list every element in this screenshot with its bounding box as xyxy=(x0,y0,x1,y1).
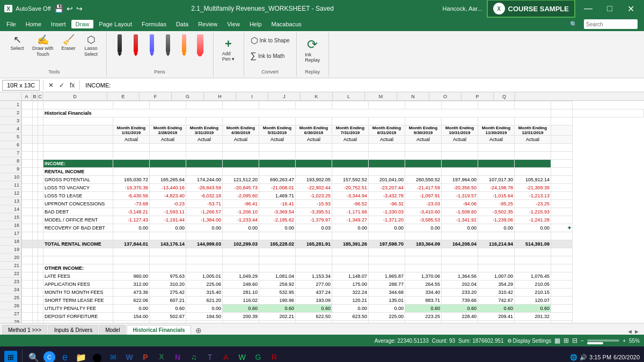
gp-10: 197,964.00 xyxy=(442,176,478,184)
row-26: 26 xyxy=(0,302,21,310)
taskbar-file-explorer-btn[interactable]: 📁 xyxy=(75,351,87,362)
tab-historical[interactable]: Historical Financials xyxy=(127,325,191,335)
row-15: 15 xyxy=(0,213,21,221)
income-header-cell[interactable]: INCOME: xyxy=(43,160,113,168)
name-box[interactable] xyxy=(2,80,40,91)
row-1: 1 xyxy=(0,101,21,109)
pens-row xyxy=(111,33,209,57)
tab-method1[interactable]: Method 1 >>> xyxy=(2,325,47,335)
header-row: Month Ending1/31/2019 Month Ending2/28/2… xyxy=(22,125,644,136)
ink-to-shape-button[interactable]: ⬡ Ink to Shape xyxy=(248,33,292,48)
spreadsheet[interactable]: Historical Financials Month Ending1/31/2… xyxy=(21,101,644,323)
month-end-7/31: Month Ending7/31/2019 xyxy=(332,125,369,136)
close-btn[interactable]: ✕ xyxy=(623,0,640,17)
pen-gray[interactable] xyxy=(160,34,175,56)
sheet-scroll-left[interactable]: ◄ xyxy=(627,328,633,335)
taskbar-teams-btn[interactable]: T xyxy=(203,351,216,362)
taskbar-outlook-btn[interactable]: ✉ xyxy=(107,351,120,362)
pen-orange[interactable] xyxy=(177,34,192,56)
pen-black[interactable] xyxy=(112,34,127,56)
tab-inputs[interactable]: Inputs & Drivers xyxy=(48,325,98,335)
undo-icon[interactable]: ↩ xyxy=(67,4,73,13)
menu-view[interactable]: View xyxy=(223,20,244,28)
menu-formulas[interactable]: Formulas xyxy=(137,20,171,28)
gp-6: 193,902.05 xyxy=(296,176,332,184)
taskbar-whatsapp-btn[interactable]: W xyxy=(236,351,248,362)
loss-lease-row: LOSS TO LEASE -6,430.56 -4,823.40 -6,032… xyxy=(22,192,644,200)
search-icon: 🔍 xyxy=(566,20,582,29)
taskbar-word-btn[interactable]: W xyxy=(123,351,136,362)
tab-model[interactable]: Model xyxy=(99,325,126,335)
replay-icon: ⟳ xyxy=(307,37,318,52)
taskbar-chrome-btn[interactable]: ⬤ xyxy=(91,351,104,362)
minimize-btn[interactable]: — xyxy=(580,0,597,17)
taskbar-edge-btn[interactable]: e xyxy=(58,351,71,362)
taskbar-acrobat-btn[interactable]: A xyxy=(219,351,232,362)
page-layout-btn[interactable]: ⊞ xyxy=(564,337,569,344)
loss-vacancy-row: LOSS TO VACANCY -19,370.36 -13,440.16 -2… xyxy=(22,184,644,192)
menu-page-layout[interactable]: Page Layout xyxy=(94,20,136,28)
add-pen-button[interactable]: + AddPen ▾ xyxy=(218,35,239,63)
zoom-out-btn[interactable]: − xyxy=(581,338,584,344)
menu-file[interactable]: File xyxy=(2,20,20,28)
windows-start-btn[interactable]: ⊞ xyxy=(4,351,17,362)
draw-touch-button[interactable]: ✍ Draw withTouch xyxy=(29,33,57,59)
select-button[interactable]: ↖ Select xyxy=(6,33,28,53)
add-pen-group: + AddPen ▾ xyxy=(214,32,244,77)
taskbar-ppt-btn[interactable]: P xyxy=(139,351,152,362)
pen-highlight[interactable] xyxy=(193,34,208,56)
ink-replay-button[interactable]: ⟳ InkReplay xyxy=(302,35,323,64)
eraser-button[interactable]: 🧹 Eraser xyxy=(58,33,79,53)
taskbar-spotify-btn[interactable]: ♫ xyxy=(187,351,200,362)
pen-blue[interactable] xyxy=(144,34,159,56)
add-sheet-btn[interactable]: ⊕ xyxy=(192,326,205,335)
month-end-6/30: Month Ending6/30/2019 xyxy=(296,125,332,136)
course-sample-badge: X COURSE SAMPLE xyxy=(487,0,575,18)
row-20: 20 xyxy=(0,254,21,262)
row-8: 8 xyxy=(0,157,21,165)
actual-3: Actual xyxy=(186,136,223,144)
col-g: G xyxy=(172,92,204,100)
row-11: 11 xyxy=(0,181,21,189)
page-break-btn[interactable]: ⊟ xyxy=(572,337,577,344)
menu-review[interactable]: Review xyxy=(194,20,222,28)
taskbar-green-btn[interactable]: G xyxy=(252,351,265,362)
normal-view-btn[interactable]: ▦ xyxy=(554,337,560,344)
menu-help[interactable]: Help xyxy=(245,20,266,28)
autosave-label: AutoSave Off xyxy=(16,5,50,12)
menu-home[interactable]: Home xyxy=(21,20,46,28)
table-row xyxy=(22,232,644,240)
insert-function-btn[interactable]: fx xyxy=(68,82,76,89)
taskbar-excel-btn[interactable]: X xyxy=(155,351,168,362)
sheet-scroll-right[interactable]: ► xyxy=(634,328,640,335)
col-a: A xyxy=(21,92,32,100)
save-icon[interactable]: 💾 xyxy=(54,4,63,13)
formula-input[interactable] xyxy=(83,80,642,91)
taskbar-red-btn[interactable]: R xyxy=(268,351,281,362)
redo-icon[interactable]: ↪ xyxy=(76,4,83,13)
taskbar-left: ⊞ 🔍 C e 📁 ⬤ ✉ W P X N ♫ T A W G R xyxy=(4,350,281,362)
pen-red[interactable] xyxy=(128,34,143,56)
taskbar-onenote-btn[interactable]: N xyxy=(171,351,184,362)
gp-2: 165,265.64 xyxy=(150,176,186,184)
ink-to-math-button[interactable]: ∑ Ink to Math xyxy=(248,49,287,63)
maximize-btn[interactable]: □ xyxy=(601,0,618,17)
taskbar-search-btn[interactable]: 🔍 xyxy=(27,351,40,362)
menu-draw[interactable]: Draw xyxy=(71,20,94,28)
col-d: D xyxy=(43,92,107,100)
row-24: 24 xyxy=(0,286,21,294)
lasso-select-button[interactable]: ⬡ LassoSelect xyxy=(80,33,102,59)
confirm-formula-btn[interactable]: ✓ xyxy=(57,82,66,89)
month-end-12/31: Month Ending12/31/2019 xyxy=(515,125,551,136)
taskbar-cortana-btn[interactable]: C xyxy=(43,351,55,362)
zoom-in-btn[interactable]: + xyxy=(623,338,626,344)
tools-group-label: Tools xyxy=(48,69,60,76)
other-income-label: OTHER INCOME: xyxy=(43,264,113,272)
menu-macabacus[interactable]: Macabacus xyxy=(267,20,306,28)
display-settings-btn[interactable]: ⚙ Display Settings xyxy=(507,338,552,344)
search-input[interactable] xyxy=(584,19,638,29)
menu-data[interactable]: Data xyxy=(172,20,193,28)
cancel-formula-btn[interactable]: ✕ xyxy=(47,82,55,89)
menu-insert[interactable]: Insert xyxy=(47,20,70,28)
col-f: F xyxy=(140,92,172,100)
